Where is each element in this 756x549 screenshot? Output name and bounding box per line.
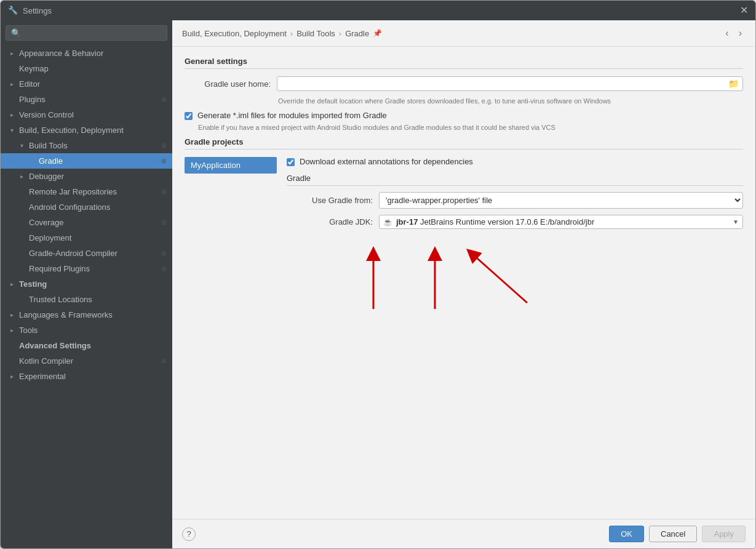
sidebar-item-label-gradle-android-compiler: Gradle-Android Compiler <box>29 249 159 258</box>
sidebar-item-version-control[interactable]: ▸Version Control <box>1 107 172 122</box>
ok-button[interactable]: OK <box>609 526 644 542</box>
settings-dialog: 🔧 Settings ✕ 🔍 ▸Appearance & BehaviorKey… <box>0 0 756 549</box>
download-annotations-checkbox[interactable] <box>287 158 295 166</box>
help-button[interactable]: ? <box>182 527 196 541</box>
sidebar: 🔍 ▸Appearance & BehaviorKeymap▸EditorPlu… <box>1 20 172 548</box>
folder-browse-button[interactable]: 📁 <box>728 79 739 89</box>
title-bar: 🔧 Settings ✕ <box>1 1 755 20</box>
sidebar-item-build-exec-deploy[interactable]: ▾Build, Execution, Deployment <box>1 122 172 138</box>
sidebar-item-expand: ▸ <box>10 50 17 57</box>
sidebar-item-plugins[interactable]: Plugins⊞ <box>1 92 172 107</box>
sidebar-item-expand: ▾ <box>10 127 17 134</box>
project-list: MyApplication <box>185 157 277 315</box>
sidebar-item-label-editor: Editor <box>19 79 166 89</box>
generate-iml-label: Generate *.iml files for modules importe… <box>197 111 387 120</box>
sidebar-item-label-kotlin-compiler: Kotlin Compiler <box>19 356 159 366</box>
generate-iml-hint: Enable if you have a mixed project with … <box>198 124 743 131</box>
gradle-user-home-row: Gradle user home: C:\Users\Administrator… <box>185 76 743 91</box>
content-area: General settings Gradle user home: C:\Us… <box>172 47 755 519</box>
sidebar-item-label-keymap: Keymap <box>19 64 166 73</box>
sidebar-item-ext-icon-required-plugins: ⊞ <box>161 265 166 272</box>
sidebar-item-appearance[interactable]: ▸Appearance & Behavior <box>1 46 172 61</box>
gradle-settings-panel: Download external annotations for depend… <box>287 157 743 315</box>
sidebar-item-advanced-settings[interactable]: Advanced Settings <box>1 338 172 353</box>
bottom-bar: ? OK Cancel Apply <box>172 519 755 548</box>
download-annotations-row: Download external annotations for depend… <box>287 157 743 166</box>
breadcrumb-bar: Build, Execution, Deployment › Build Too… <box>172 20 755 47</box>
search-input[interactable] <box>25 28 162 38</box>
sidebar-item-ext-icon-remote-jar: ⊞ <box>161 188 166 195</box>
general-settings-title: General settings <box>185 57 743 69</box>
gradle-user-home-hint: Override the default location where Grad… <box>278 97 743 105</box>
gradle-jdk-text: jbr-17 JetBrains Runtime version 17.0.6 … <box>396 217 729 226</box>
nav-back-button[interactable]: ‹ <box>722 26 732 40</box>
projects-section: MyApplication Download external annotati… <box>185 157 743 315</box>
jdk-dropdown-arrow: ▼ <box>733 218 739 225</box>
arrows-svg <box>287 241 743 315</box>
sidebar-item-label-deployment: Deployment <box>29 233 166 242</box>
sidebar-item-label-languages-frameworks: Languages & Frameworks <box>19 310 166 319</box>
sidebar-item-remote-jar[interactable]: Remote Jar Repositories⊞ <box>1 184 172 199</box>
pin-icon: 📌 <box>373 29 382 38</box>
breadcrumb-part3: Gradle <box>345 29 369 38</box>
sidebar-item-expand: ▸ <box>20 173 26 180</box>
jdk-coffee-icon: ☕ <box>383 218 392 226</box>
sidebar-item-label-debugger: Debugger <box>29 172 166 181</box>
sidebar-item-debugger[interactable]: ▸Debugger <box>1 169 172 184</box>
sidebar-item-expand: ▸ <box>10 111 17 118</box>
sidebar-item-ext-icon-kotlin-compiler: ⊞ <box>161 358 166 364</box>
nav-forward-button[interactable]: › <box>735 26 746 40</box>
gradle-user-home-input[interactable]: C:\Users\Administrator\.gradle <box>281 79 728 89</box>
use-gradle-from-select-wrapper: 'gradle-wrapper.properties' file Specifi… <box>379 192 743 209</box>
gradle-jdk-select-wrapper[interactable]: ☕ jbr-17 JetBrains Runtime version 17.0.… <box>379 215 743 229</box>
sidebar-item-label-testing: Testing <box>19 279 166 289</box>
sidebar-item-label-version-control: Version Control <box>19 110 166 119</box>
use-gradle-from-label: Use Gradle from: <box>287 196 373 205</box>
main-content: Build, Execution, Deployment › Build Too… <box>172 20 755 548</box>
sidebar-item-label-experimental: Experimental <box>19 372 166 381</box>
project-item[interactable]: MyApplication <box>185 157 277 174</box>
close-button[interactable]: ✕ <box>740 6 748 15</box>
app-icon: 🔧 <box>8 6 18 15</box>
sidebar-item-label-advanced-settings: Advanced Settings <box>19 341 166 350</box>
sidebar-item-keymap[interactable]: Keymap <box>1 61 172 76</box>
sidebar-item-android-configs[interactable]: Android Configurations <box>1 199 172 215</box>
use-gradle-from-select[interactable]: 'gradle-wrapper.properties' file Specifi… <box>380 193 742 208</box>
sidebar-item-label-build-exec-deploy: Build, Execution, Deployment <box>19 126 166 135</box>
sidebar-item-build-tools[interactable]: ▾Build Tools⊞ <box>1 138 172 153</box>
search-icon: 🔍 <box>11 28 21 38</box>
cancel-button[interactable]: Cancel <box>649 526 697 542</box>
sidebar-item-required-plugins[interactable]: Required Plugins⊞ <box>1 261 172 276</box>
breadcrumb-sep1: › <box>290 29 293 38</box>
jdk-rest-text: JetBrains Runtime version 17.0.6 E:/b/an… <box>418 217 594 226</box>
sidebar-item-expand: ▸ <box>10 281 17 287</box>
sidebar-item-gradle-android-compiler[interactable]: Gradle-Android Compiler⊞ <box>1 246 172 261</box>
sidebar-item-gradle[interactable]: Gradle⊞ <box>1 153 172 169</box>
jdk-bold-text: jbr-17 <box>396 217 418 226</box>
sidebar-item-expand: ▾ <box>20 142 26 149</box>
sidebar-item-kotlin-compiler[interactable]: Kotlin Compiler⊞ <box>1 353 172 369</box>
sidebar-item-coverage[interactable]: Coverage⊞ <box>1 215 172 230</box>
sidebar-item-experimental[interactable]: ▸Experimental <box>1 369 172 384</box>
dialog-body: 🔍 ▸Appearance & BehaviorKeymap▸EditorPlu… <box>1 20 755 548</box>
generate-iml-checkbox[interactable] <box>185 112 193 120</box>
sidebar-item-label-build-tools: Build Tools <box>29 141 159 150</box>
sidebar-item-testing[interactable]: ▸Testing <box>1 276 172 292</box>
sidebar-item-label-appearance: Appearance & Behavior <box>19 49 166 58</box>
bottom-actions: OK Cancel Apply <box>609 526 746 542</box>
generate-iml-row: Generate *.iml files for modules importe… <box>185 111 743 120</box>
sidebar-item-trusted-locations[interactable]: Trusted Locations <box>1 292 172 307</box>
gradle-jdk-row: Gradle JDK: ☕ jbr-17 JetBrains Runtime v… <box>287 215 743 229</box>
sidebar-item-ext-icon-gradle-android-compiler: ⊞ <box>161 250 166 257</box>
sidebar-item-tools[interactable]: ▸Tools <box>1 323 172 338</box>
gradle-projects-title: Gradle projects <box>185 137 743 150</box>
search-box[interactable]: 🔍 <box>6 25 167 41</box>
use-gradle-from-row: Use Gradle from: 'gradle-wrapper.propert… <box>287 192 743 209</box>
sidebar-item-ext-icon-coverage: ⊞ <box>161 219 166 226</box>
sidebar-item-editor[interactable]: ▸Editor <box>1 76 172 92</box>
sidebar-item-label-coverage: Coverage <box>29 218 159 227</box>
breadcrumb-part2: Build Tools <box>296 29 335 38</box>
sidebar-item-deployment[interactable]: Deployment <box>1 230 172 246</box>
sidebar-item-languages-frameworks[interactable]: ▸Languages & Frameworks <box>1 307 172 323</box>
apply-button[interactable]: Apply <box>702 526 746 542</box>
